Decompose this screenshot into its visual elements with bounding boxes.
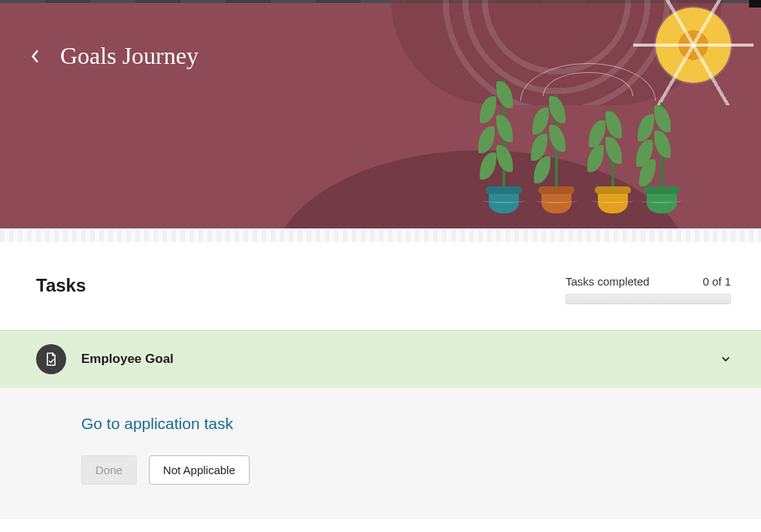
header-banner: Goals Journey bbox=[0, 0, 761, 228]
back-button[interactable] bbox=[26, 47, 45, 66]
chevron-down-icon bbox=[720, 354, 731, 364]
task-body: Go to application task Done Not Applicab… bbox=[0, 388, 761, 519]
progress-value: 0 of 1 bbox=[702, 275, 731, 288]
tasks-section-header: Tasks Tasks completed 0 of 1 bbox=[0, 242, 761, 330]
progress-label: Tasks completed bbox=[565, 275, 650, 288]
texture-strip bbox=[0, 228, 761, 242]
not-applicable-button[interactable]: Not Applicable bbox=[149, 455, 250, 485]
sun-decoration bbox=[656, 8, 731, 83]
task-row-toggle[interactable]: Employee Goal bbox=[0, 331, 761, 388]
page-title: Goals Journey bbox=[60, 42, 199, 70]
plant-decoration bbox=[489, 191, 519, 213]
plant-decoration bbox=[647, 191, 677, 213]
task-title: Employee Goal bbox=[81, 352, 705, 367]
progress-bar bbox=[565, 294, 731, 304]
tasks-progress: Tasks completed 0 of 1 bbox=[565, 275, 731, 304]
document-check-icon bbox=[36, 344, 66, 374]
done-button: Done bbox=[81, 455, 137, 485]
plant-decoration bbox=[598, 191, 628, 213]
task-card: Employee Goal Go to application task Don… bbox=[0, 330, 761, 519]
plant-decoration bbox=[541, 191, 572, 213]
go-to-application-task-link[interactable]: Go to application task bbox=[81, 415, 233, 433]
chevron-left-icon bbox=[30, 50, 41, 63]
tasks-heading: Tasks bbox=[36, 275, 86, 296]
